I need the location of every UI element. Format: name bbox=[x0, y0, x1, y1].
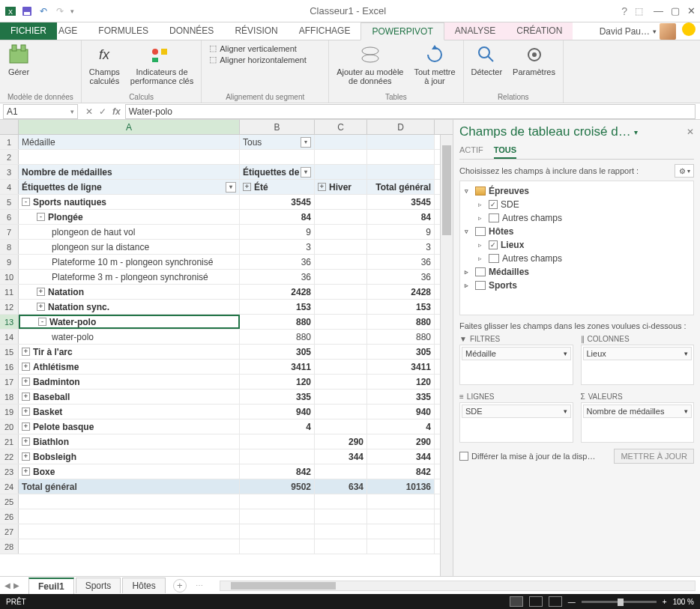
cell[interactable]: 2428 bbox=[367, 285, 435, 299]
cell[interactable]: 9 bbox=[240, 225, 315, 239]
expand-icon[interactable]: + bbox=[22, 407, 30, 416]
tree-item[interactable]: ▹Médailles bbox=[460, 265, 693, 279]
expand-icon[interactable]: + bbox=[22, 363, 30, 371]
row-header[interactable]: 13 bbox=[0, 315, 19, 329]
cell[interactable]: 335 bbox=[240, 390, 315, 404]
cell[interactable] bbox=[315, 285, 367, 299]
row-header[interactable]: 1 bbox=[0, 135, 19, 149]
cell[interactable] bbox=[315, 464, 367, 479]
cell[interactable]: 940 bbox=[367, 405, 435, 419]
update-button[interactable]: METTRE À JOUR bbox=[614, 449, 694, 464]
cell[interactable]: 84 bbox=[367, 210, 435, 224]
view-pagebreak-icon[interactable] bbox=[549, 596, 562, 607]
cell[interactable]: 36 bbox=[240, 270, 315, 284]
tab-donnees[interactable]: DONNÉES bbox=[159, 22, 224, 40]
tab-affichage[interactable]: AFFICHAGE bbox=[289, 22, 361, 40]
tab-powerpivot[interactable]: POWERPIVOT bbox=[360, 22, 444, 40]
add-sheet-button[interactable]: + bbox=[173, 579, 187, 593]
row-header[interactable]: 25 bbox=[0, 494, 19, 509]
cell[interactable] bbox=[367, 509, 435, 524]
close-icon[interactable]: ✕ bbox=[687, 5, 696, 16]
col-header-c[interactable]: C bbox=[315, 120, 367, 134]
cell[interactable]: Nombre de médailles bbox=[19, 165, 240, 179]
tab-formules[interactable]: FORMULES bbox=[88, 22, 159, 40]
sheet-tab-hotes[interactable]: Hôtes bbox=[122, 578, 165, 593]
cell[interactable]: +Hiver bbox=[315, 180, 367, 194]
cell[interactable]: +Basket bbox=[19, 405, 240, 419]
field-options-button[interactable]: ⚙▾ bbox=[675, 164, 694, 178]
minimize-icon[interactable]: — bbox=[654, 5, 663, 16]
cell[interactable] bbox=[315, 270, 367, 284]
cell[interactable]: 305 bbox=[367, 345, 435, 359]
row-header[interactable]: 8 bbox=[0, 240, 19, 254]
field-tree[interactable]: ▿Épreuves▹✓SDE▹Autres champs▿Hôtes▹✓Lieu… bbox=[459, 181, 694, 315]
cell[interactable] bbox=[367, 494, 435, 509]
cell[interactable]: 153 bbox=[367, 300, 435, 314]
vertical-scrollbar[interactable] bbox=[440, 135, 453, 576]
manage-button[interactable]: Gérer bbox=[7, 43, 30, 76]
cell[interactable] bbox=[315, 390, 367, 404]
cell[interactable]: +Été bbox=[240, 180, 315, 194]
cancel-formula-icon[interactable]: ✕ bbox=[85, 106, 93, 117]
sheet-tab-sports[interactable]: Sports bbox=[76, 578, 121, 593]
cell[interactable]: +Badminton bbox=[19, 375, 240, 389]
cell[interactable] bbox=[19, 150, 240, 164]
enter-formula-icon[interactable]: ✓ bbox=[99, 106, 106, 117]
cell[interactable] bbox=[315, 240, 367, 254]
cell[interactable]: 880 bbox=[367, 315, 435, 329]
cell[interactable] bbox=[19, 539, 240, 554]
cell[interactable]: 84 bbox=[240, 210, 315, 224]
row-header[interactable]: 7 bbox=[0, 225, 19, 239]
row-header[interactable]: 10 bbox=[0, 270, 19, 284]
namebox-dropdown-icon[interactable]: ▾ bbox=[70, 108, 74, 115]
value-item-nombre[interactable]: Nombre de médailles▾ bbox=[583, 405, 693, 418]
cell[interactable] bbox=[315, 509, 367, 524]
cell[interactable]: +Athlétisme bbox=[19, 360, 240, 374]
expand-icon[interactable]: - bbox=[38, 318, 46, 326]
cell[interactable] bbox=[315, 195, 367, 209]
row-header[interactable]: 15 bbox=[0, 345, 19, 359]
cell[interactable]: 120 bbox=[367, 375, 435, 389]
cell[interactable] bbox=[315, 524, 367, 539]
cell[interactable]: +Biathlon bbox=[19, 434, 240, 449]
col-header-d[interactable]: D bbox=[367, 120, 435, 134]
cell[interactable]: 9502 bbox=[240, 479, 315, 494]
ribbon-display-icon[interactable]: ⬚ bbox=[635, 6, 643, 16]
cell[interactable] bbox=[367, 524, 435, 539]
cell[interactable] bbox=[315, 405, 367, 419]
tree-item[interactable]: ▹✓SDE bbox=[460, 198, 693, 211]
cell[interactable] bbox=[315, 345, 367, 359]
cell[interactable] bbox=[315, 360, 367, 374]
filters-zone[interactable]: Médaille▾ bbox=[459, 345, 573, 385]
cell[interactable]: Plateforme 10 m - plongeon synchronisé bbox=[19, 255, 240, 269]
view-layout-icon[interactable] bbox=[529, 596, 543, 607]
zoom-out-icon[interactable]: — bbox=[568, 598, 576, 606]
cell[interactable] bbox=[240, 150, 315, 164]
expand-icon[interactable]: + bbox=[37, 288, 45, 296]
tree-caret-icon[interactable]: ▹ bbox=[478, 241, 486, 249]
maximize-icon[interactable]: ▢ bbox=[671, 5, 680, 16]
cell[interactable] bbox=[367, 165, 435, 179]
col-header-a[interactable]: A bbox=[19, 120, 240, 134]
cell[interactable] bbox=[315, 330, 367, 344]
cell[interactable]: 940 bbox=[240, 405, 315, 419]
filter-item-medaille[interactable]: Médaille▾ bbox=[462, 347, 571, 360]
row-header[interactable]: 26 bbox=[0, 509, 19, 524]
cell[interactable]: 842 bbox=[240, 464, 315, 479]
cell[interactable]: 153 bbox=[240, 300, 315, 314]
expand-icon[interactable]: + bbox=[37, 303, 45, 311]
filter-icon[interactable]: ▾ bbox=[301, 167, 311, 178]
cell[interactable]: 880 bbox=[240, 330, 315, 344]
cell[interactable]: +Baseball bbox=[19, 390, 240, 404]
row-header[interactable]: 23 bbox=[0, 464, 19, 479]
tab-page[interactable]: AGE bbox=[57, 22, 88, 40]
tree-item[interactable]: ▿Épreuves bbox=[460, 184, 693, 198]
cell[interactable]: Total général bbox=[367, 180, 435, 194]
filter-icon[interactable]: ▾ bbox=[301, 137, 311, 148]
values-zone[interactable]: Nombre de médailles▾ bbox=[581, 402, 695, 443]
cell[interactable]: 3411 bbox=[367, 360, 435, 374]
cell[interactable]: 842 bbox=[367, 464, 435, 479]
cell[interactable]: 3545 bbox=[367, 195, 435, 209]
cell[interactable]: 36 bbox=[240, 255, 315, 269]
cell[interactable]: 290 bbox=[315, 434, 367, 449]
